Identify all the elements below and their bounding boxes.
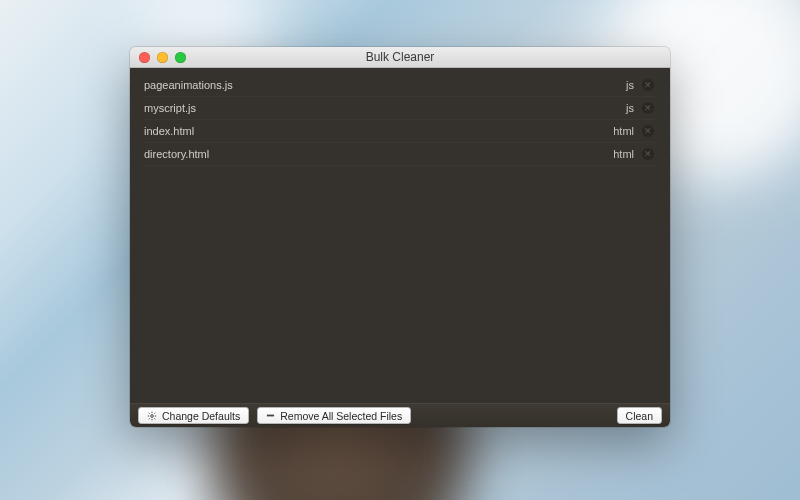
- close-icon[interactable]: [139, 52, 150, 63]
- file-row[interactable]: index.html html ✕: [142, 120, 658, 143]
- change-defaults-button[interactable]: Change Defaults: [138, 407, 249, 424]
- file-row[interactable]: myscript.js js ✕: [142, 97, 658, 120]
- file-name: directory.html: [144, 148, 209, 160]
- svg-rect-1: [267, 415, 274, 417]
- remove-all-button[interactable]: Remove All Selected Files: [257, 407, 411, 424]
- file-row[interactable]: directory.html html ✕: [142, 143, 658, 166]
- app-window: Bulk Cleaner pageanimations.js js ✕ mysc…: [130, 47, 670, 427]
- button-label: Clean: [626, 410, 653, 422]
- file-name: pageanimations.js: [144, 79, 233, 91]
- remove-file-icon[interactable]: ✕: [642, 125, 654, 137]
- clean-button[interactable]: Clean: [617, 407, 662, 424]
- button-label: Change Defaults: [162, 410, 240, 422]
- file-row[interactable]: pageanimations.js js ✕: [142, 74, 658, 97]
- button-label: Remove All Selected Files: [280, 410, 402, 422]
- window-title: Bulk Cleaner: [130, 50, 670, 64]
- remove-file-icon[interactable]: ✕: [642, 148, 654, 160]
- remove-file-icon[interactable]: ✕: [642, 79, 654, 91]
- file-name: myscript.js: [144, 102, 196, 114]
- file-name: index.html: [144, 125, 194, 137]
- gear-icon: [147, 411, 157, 421]
- file-extension: js: [626, 79, 634, 91]
- bottom-toolbar: Change Defaults Remove All Selected File…: [130, 403, 670, 427]
- file-list: pageanimations.js js ✕ myscript.js js ✕ …: [130, 68, 670, 403]
- remove-file-icon[interactable]: ✕: [642, 102, 654, 114]
- svg-point-0: [151, 414, 154, 417]
- file-extension: html: [613, 148, 634, 160]
- file-extension: js: [626, 102, 634, 114]
- minus-icon: [266, 411, 275, 420]
- minimize-icon[interactable]: [157, 52, 168, 63]
- titlebar[interactable]: Bulk Cleaner: [130, 47, 670, 68]
- zoom-icon[interactable]: [175, 52, 186, 63]
- traffic-lights: [139, 52, 186, 63]
- file-extension: html: [613, 125, 634, 137]
